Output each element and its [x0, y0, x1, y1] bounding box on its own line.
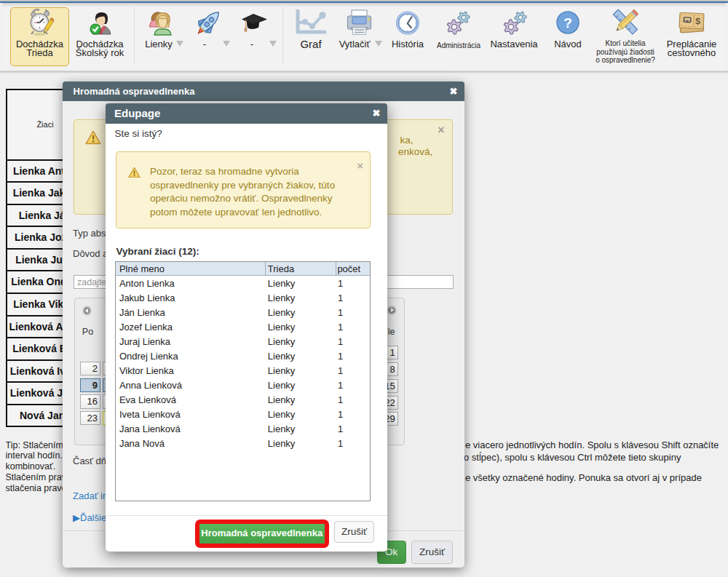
svg-text:?: ?	[563, 15, 572, 31]
